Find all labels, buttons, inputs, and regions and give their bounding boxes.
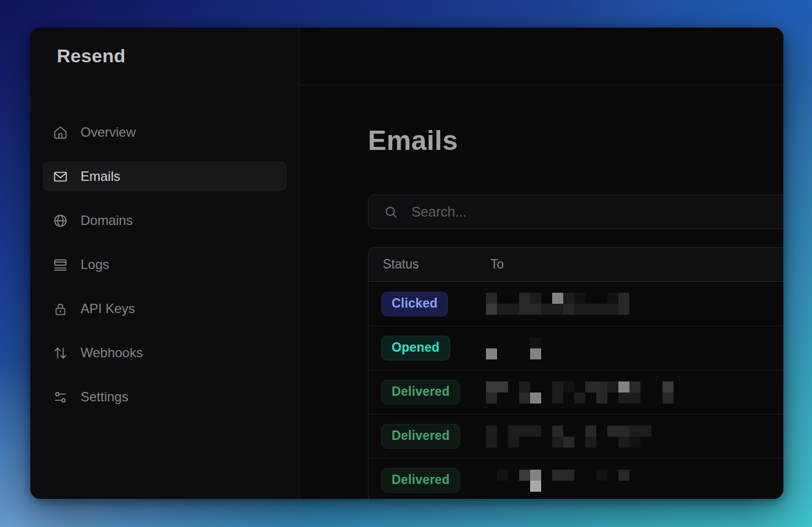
redacted-pixel <box>618 293 629 304</box>
globe-icon <box>53 213 68 228</box>
sidebar-item-label: Domains <box>81 213 133 228</box>
redacted-pixel <box>486 392 497 404</box>
sidebar-item-label: Webhooks <box>81 345 143 361</box>
status-badge: Clicked <box>382 292 447 316</box>
redacted-pixel <box>508 304 519 315</box>
redacted-pixel <box>508 437 519 448</box>
app-window: Resend OverviewEmailsDomainsLogsAPI Keys… <box>30 28 783 499</box>
redacted-pixel <box>607 293 618 304</box>
status-badge: Delivered <box>382 469 460 492</box>
redacted-pixel <box>552 437 563 448</box>
redacted-pixel <box>574 481 585 492</box>
redacted-pixel <box>486 437 497 448</box>
redacted-pixel <box>574 437 585 448</box>
redacted-pixel <box>497 481 508 492</box>
redacted-pixel <box>663 348 674 359</box>
recipient-redacted <box>486 426 783 448</box>
redacted-pixel <box>563 293 574 304</box>
redacted-pixel <box>519 392 530 404</box>
redacted-pixel <box>552 293 563 304</box>
redacted-pixel <box>541 437 552 448</box>
redacted-pixel <box>574 293 585 304</box>
redacted-pixel <box>596 392 607 404</box>
sidebar-item-label: Overview <box>81 125 136 140</box>
redacted-pixel <box>497 437 508 448</box>
sidebar-item-domains[interactable]: Domains <box>42 206 287 235</box>
redacted-pixel <box>663 470 674 481</box>
table-row[interactable]: Delivered <box>368 370 783 414</box>
redacted-pixel <box>486 337 497 348</box>
redacted-pixel <box>497 348 508 359</box>
redacted-pixel <box>574 470 585 481</box>
table-row[interactable]: Opened <box>368 326 783 370</box>
redacted-pixel <box>663 381 674 392</box>
redacted-pixel <box>530 437 541 448</box>
redacted-pixel <box>574 348 585 359</box>
redacted-pixel <box>629 304 640 315</box>
arrows-up-down-icon <box>53 346 68 361</box>
redacted-pixel <box>519 437 530 448</box>
redacted-pixel <box>618 437 629 448</box>
redacted-pixel <box>486 293 497 304</box>
redacted-pixel <box>629 348 640 359</box>
table-row[interactable]: Delivered <box>368 458 783 499</box>
redacted-pixel <box>563 470 574 481</box>
redacted-pixel <box>651 348 663 359</box>
resend-logo: Resend <box>57 45 287 67</box>
status-cell: Clicked <box>368 292 490 316</box>
redacted-pixel <box>497 381 508 392</box>
status-cell: Delivered <box>368 424 490 448</box>
redacted-pixel <box>618 381 629 392</box>
sidebar-item-label: Logs <box>81 257 109 272</box>
search-icon <box>384 205 398 219</box>
redacted-pixel <box>585 337 596 348</box>
status-badge: Opened <box>382 336 450 360</box>
redacted-pixel <box>651 437 663 448</box>
redacted-pixel <box>519 426 530 437</box>
table-row[interactable]: Clicked <box>368 282 783 326</box>
redacted-pixel <box>530 337 541 348</box>
redacted-pixel <box>607 392 618 404</box>
redacted-pixel <box>563 392 574 404</box>
redacted-pixel <box>651 392 663 404</box>
redacted-pixel <box>552 426 563 437</box>
search-input[interactable] <box>410 203 660 221</box>
sidebar-item-settings[interactable]: Settings <box>42 382 287 412</box>
redacted-pixel <box>486 348 497 359</box>
redacted-pixel <box>629 381 640 392</box>
sidebar-item-overview[interactable]: Overview <box>42 117 287 147</box>
redacted-pixel <box>563 481 574 492</box>
table-row[interactable]: Delivered <box>368 414 783 458</box>
sidebar-item-emails[interactable]: Emails <box>42 162 287 191</box>
sidebar: Resend OverviewEmailsDomainsLogsAPI Keys… <box>30 28 300 499</box>
column-header-to: To <box>490 257 783 272</box>
redacted-pixel <box>663 337 674 348</box>
redacted-pixel <box>651 470 663 481</box>
sidebar-item-label: API Keys <box>81 301 135 316</box>
status-cell: Opened <box>368 336 490 360</box>
redacted-pixel <box>629 426 640 437</box>
redacted-pixel <box>629 470 640 481</box>
redacted-pixel <box>618 481 629 492</box>
logs-icon <box>53 257 68 272</box>
sidebar-item-api-keys[interactable]: API Keys <box>42 294 287 324</box>
mail-icon <box>53 169 68 184</box>
sidebar-item-logs[interactable]: Logs <box>42 250 287 279</box>
redacted-pixel <box>663 481 674 492</box>
redacted-pixel <box>640 426 651 437</box>
redacted-pixel <box>508 293 519 304</box>
redacted-pixel <box>574 392 585 404</box>
redacted-pixel <box>640 392 651 404</box>
redacted-pixel <box>651 381 663 392</box>
redacted-pixel <box>508 481 519 492</box>
redacted-pixel <box>640 337 651 348</box>
recipient-redacted <box>486 381 783 404</box>
redacted-pixel <box>519 337 530 348</box>
redacted-pixel <box>541 426 552 437</box>
redacted-pixel <box>607 426 618 437</box>
redacted-pixel <box>607 304 618 315</box>
main-content: Emails Status To ClickedOpenedDeliveredD… <box>300 85 783 499</box>
redacted-pixel <box>552 337 563 348</box>
sidebar-item-webhooks[interactable]: Webhooks <box>42 338 287 368</box>
page-title: Emails <box>368 125 783 156</box>
